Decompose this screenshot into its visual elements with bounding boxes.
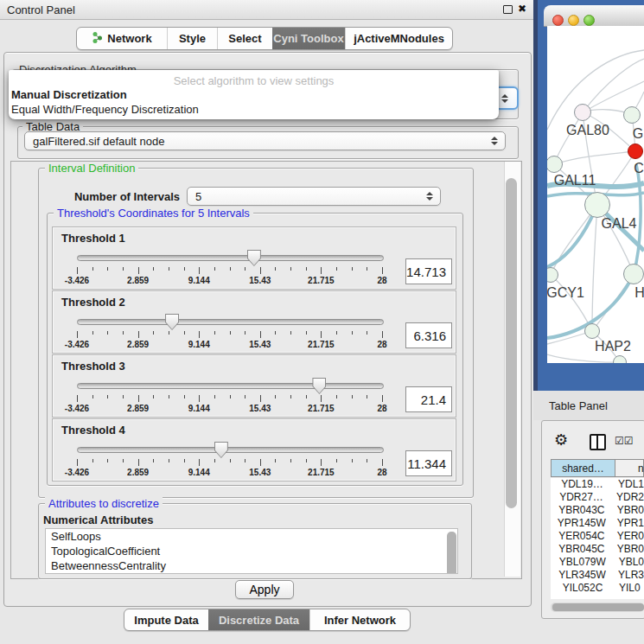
tick-mark — [138, 267, 139, 274]
minimize-traffic-light-icon[interactable] — [568, 15, 579, 26]
close-traffic-light-icon[interactable] — [552, 15, 564, 26]
combo-stepper-icon — [488, 137, 501, 145]
tick-label: 21.715 — [308, 340, 335, 349]
algorithm-option-equal-width-frequency-discretization[interactable]: Equal Width/Frequency Discretization — [11, 103, 199, 116]
table-data-combo[interactable]: galFiltered.sif default node — [24, 131, 506, 150]
slider-track[interactable] — [77, 447, 384, 453]
table-row[interactable]: YDR27…YDR2 — [551, 491, 644, 504]
cell-shared-name: YBR045C — [551, 543, 613, 556]
tick-mark — [77, 395, 78, 402]
algorithm-hint-option[interactable]: Select algorithm to view settings — [9, 74, 499, 87]
tick-mark — [199, 395, 200, 402]
checkboxes-icon[interactable]: ☑☑ — [615, 435, 634, 447]
threshold-row-3: Threshold 3-3.4262.8599.14415.4321.71528… — [52, 354, 456, 418]
attributes-group-title: Attributes to discretize — [45, 497, 163, 510]
attribute-item-selfloops[interactable]: SelfLoops — [46, 529, 457, 544]
cell-shared-name: YIL052C — [551, 582, 615, 595]
table-row[interactable]: YBL079WYBL0 — [551, 556, 644, 569]
tick-mark — [123, 331, 124, 335]
algorithm-option-manual-discretization[interactable]: Manual Discretization — [11, 88, 127, 101]
slider-thumb[interactable] — [165, 314, 179, 330]
table-row[interactable]: YIL052CYIL0 — [551, 582, 644, 595]
node-table[interactable]: YDL19…YDL1YDR27…YDR2YBR043CYBR0YPR145WYP… — [551, 478, 644, 599]
tab-select[interactable]: Select — [217, 28, 272, 49]
slider-ticks — [77, 267, 383, 275]
list-scrollbar-thumb[interactable] — [447, 532, 456, 574]
slider-thumb[interactable] — [312, 378, 326, 394]
threshold-value-field[interactable]: 14.713 — [405, 258, 452, 284]
gear-icon[interactable]: ⚙ — [554, 430, 568, 450]
cell-name: YBR0 — [613, 543, 644, 556]
slider-ticks — [77, 331, 383, 339]
tab-discretize-data[interactable]: Discretize Data — [208, 609, 309, 630]
network-canvas[interactable]: GAL80GCGAL11GAL4GCY1HHAP2 — [547, 26, 644, 363]
attribute-item-topologicalcoefficient[interactable]: TopologicalCoefficient — [46, 544, 457, 558]
threshold-value-field[interactable]: 6.316 — [405, 322, 452, 348]
table-row[interactable]: YBR045CYBR0 — [551, 543, 644, 556]
apply-button[interactable]: Apply — [235, 580, 294, 599]
tick-mark — [230, 267, 231, 271]
threshold-label: Threshold 3 — [61, 360, 125, 373]
tab-label: Select — [228, 32, 261, 45]
tick-label: 15.43 — [249, 404, 271, 413]
slider-ticks — [77, 459, 383, 467]
node[interactable] — [613, 355, 627, 363]
tick-mark — [336, 459, 337, 462]
node-gal80[interactable] — [574, 104, 591, 121]
table-row[interactable]: YLR345WYLR3 — [551, 569, 644, 582]
slider-thumb[interactable] — [247, 250, 261, 266]
number-of-intervals-combo[interactable]: 5 — [187, 187, 441, 206]
zoom-traffic-light-icon[interactable] — [583, 15, 595, 26]
node-c[interactable] — [628, 143, 643, 159]
tab-impute-data[interactable]: Impute Data — [124, 609, 208, 630]
numerical-attributes-list[interactable]: SelfLoopsTopologicalCoefficientBetweenne… — [45, 528, 458, 574]
tab-network[interactable]: Network — [77, 28, 167, 49]
network-tree-icon — [92, 31, 103, 47]
slider-thumb[interactable] — [214, 442, 228, 458]
tab-infer-network[interactable]: Infer Network — [309, 609, 410, 630]
tab-jactivemnodules[interactable]: jActiveMNodules — [345, 28, 452, 49]
tick-mark — [230, 395, 231, 399]
tick-mark — [169, 395, 169, 399]
float-window-icon[interactable] — [503, 5, 513, 14]
tick-mark — [107, 395, 108, 399]
threshold-value-field[interactable]: 11.344 — [405, 450, 452, 476]
table-row[interactable]: YER054CYER0 — [551, 530, 644, 543]
node-g[interactable] — [623, 106, 641, 124]
vertical-scrollbar-thumb[interactable] — [506, 178, 517, 508]
split-pane-icon[interactable] — [590, 434, 606, 450]
interval-definition-title: Interval Definition — [45, 162, 138, 175]
tick-mark — [321, 331, 322, 338]
table-panel-title: Table Panel — [549, 399, 608, 412]
slider-track[interactable] — [77, 319, 384, 325]
node-h[interactable] — [623, 264, 644, 284]
threshold-value-field[interactable]: 21.4 — [405, 386, 452, 412]
column-header-shared-name[interactable]: shared… — [551, 459, 615, 477]
node-hap2[interactable] — [584, 323, 600, 339]
cell-name: YDL1 — [614, 478, 644, 491]
tick-label: 15.43 — [249, 468, 271, 477]
slider-track[interactable] — [77, 383, 384, 389]
table-row[interactable]: YPR145WYPR1 — [551, 517, 644, 530]
column-header-name[interactable]: n — [615, 459, 644, 477]
slider-tick-labels: -3.4262.8599.14415.4321.71528 — [53, 468, 456, 478]
tick-label: 28 — [377, 340, 386, 349]
cell-name: YIL0 — [615, 582, 641, 595]
tick-mark — [245, 267, 245, 271]
close-icon[interactable]: ✖ — [518, 3, 526, 15]
number-of-intervals-label: Number of Intervals — [52, 190, 180, 203]
tab-style[interactable]: Style — [167, 28, 217, 49]
table-row[interactable]: YBR043CYBR0 — [551, 504, 644, 517]
node-gal4[interactable] — [584, 192, 610, 218]
tab-cyni-toolbox[interactable]: Cyni Toolbox — [272, 28, 345, 49]
tick-mark — [153, 331, 154, 335]
attribute-item-betweennesscentrality[interactable]: BetweennessCentrality — [46, 558, 457, 573]
table-row[interactable]: YDL19…YDL1 — [551, 478, 644, 491]
node-label-gal11: GAL11 — [554, 173, 596, 188]
tick-mark — [245, 459, 245, 462]
horizontal-scrollbar-thumb[interactable] — [552, 603, 644, 611]
slider-track[interactable] — [77, 255, 384, 261]
tick-label: 28 — [377, 404, 386, 413]
tick-mark — [245, 331, 245, 335]
tick-mark — [382, 395, 383, 402]
